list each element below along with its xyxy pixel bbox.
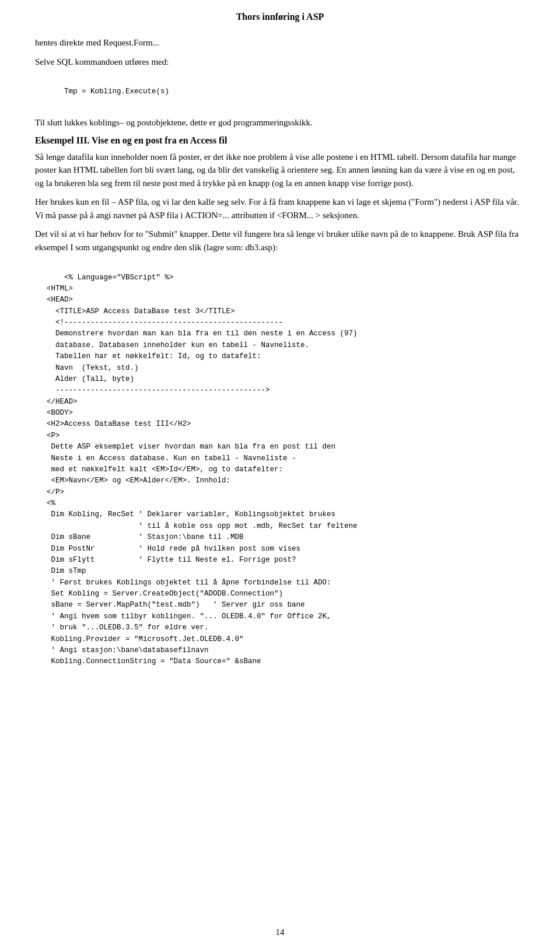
code-execute: Tmp = Kobling.Execute(s) — [47, 75, 525, 109]
section-heading: Eksempel III. Vise en og en post fra en … — [35, 135, 525, 146]
intro-text-3: Til slutt lukkes koblings– og postobjekt… — [35, 116, 525, 129]
body-text-2: Her brukes kun en fil – ASP fila, og vi … — [35, 195, 525, 222]
page-footer: 14 — [0, 927, 560, 937]
page-number: 14 — [276, 927, 285, 937]
page-container: Thors innføring i ASP hentes direkte med… — [0, 0, 560, 949]
body-text-1: Så lenge datafila kun inneholder noen få… — [35, 150, 525, 190]
intro-text-2: Selve SQL kommandoen utføres med: — [35, 55, 525, 69]
body-text-3: Det vil si at vi har behov for to "Submi… — [35, 227, 525, 254]
intro-text-1: hentes direkte med Request.Form... — [35, 36, 525, 50]
page-header: Thors innføring i ASP — [35, 12, 525, 26]
main-code-block: <% Language="VBScript" %> <HTML> <HEAD> … — [47, 261, 525, 679]
header-title: Thors innføring i ASP — [236, 12, 324, 22]
